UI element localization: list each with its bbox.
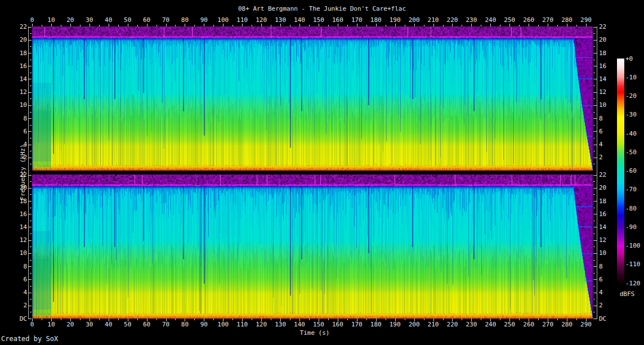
- time-tick-label: 30: [86, 321, 93, 328]
- colorbar-tick-label: -10: [625, 74, 637, 81]
- time-minor-tick: [557, 25, 558, 26]
- freq-tick-mark: [593, 214, 597, 214]
- time-minor-tick: [194, 319, 195, 320]
- freq-tick-mark: [593, 131, 597, 132]
- time-minor-tick: [557, 319, 558, 320]
- time-minor-tick: [519, 25, 520, 26]
- freq-minor-tick: [30, 299, 32, 299]
- freq-tick-mark: [28, 240, 32, 241]
- time-minor-tick: [405, 319, 405, 320]
- time-tick-label: 20: [66, 321, 74, 328]
- time-tick-label: 90: [200, 16, 208, 24]
- freq-tick-label: 22: [0, 23, 27, 30]
- time-tick-mark: [357, 24, 357, 26]
- freq-tick-mark: [28, 319, 32, 319]
- time-tick-label: 190: [390, 321, 401, 328]
- freq-tick-label: 6: [0, 276, 27, 283]
- freq-minor-tick: [30, 260, 32, 261]
- time-minor-tick: [519, 319, 520, 320]
- freq-tick-label: 16: [0, 210, 27, 218]
- time-tick-label: 250: [504, 16, 515, 24]
- freq-minor-tick: [30, 247, 32, 247]
- time-tick-label: 140: [294, 321, 305, 328]
- freq-tick-label: 6: [599, 276, 603, 283]
- time-minor-tick: [347, 25, 348, 26]
- time-tick-label: 200: [409, 16, 420, 24]
- freq-tick-label: 14: [0, 75, 27, 83]
- time-tick-mark: [395, 319, 396, 321]
- freq-minor-tick: [593, 286, 595, 286]
- time-tick-label: 240: [485, 16, 496, 24]
- time-tick-mark: [586, 24, 587, 26]
- time-tick-label: 10: [47, 16, 55, 24]
- time-tick-label: 60: [143, 16, 150, 24]
- time-minor-tick: [99, 319, 100, 320]
- time-minor-tick: [576, 319, 577, 320]
- time-tick-label: 20: [66, 16, 74, 24]
- freq-minor-tick: [30, 98, 32, 99]
- time-minor-tick: [156, 319, 157, 320]
- time-tick-mark: [280, 319, 281, 321]
- time-minor-tick: [462, 319, 462, 320]
- freq-tick-label: 8: [0, 115, 27, 122]
- time-tick-mark: [280, 24, 281, 26]
- time-tick-mark: [490, 319, 491, 321]
- time-tick-mark: [147, 24, 147, 26]
- time-tick-label: 100: [217, 16, 229, 24]
- time-tick-mark: [509, 24, 510, 26]
- time-tick-mark: [261, 319, 262, 321]
- freq-minor-tick: [593, 164, 595, 164]
- freq-tick-mark: [28, 253, 32, 254]
- time-tick-mark: [319, 24, 319, 26]
- time-minor-tick: [309, 319, 310, 320]
- freq-tick-label: 18: [599, 50, 606, 57]
- time-tick-label: 170: [351, 16, 363, 24]
- time-minor-tick: [328, 25, 329, 26]
- freq-tick-label: 2: [599, 154, 603, 161]
- time-tick-mark: [51, 319, 52, 321]
- time-minor-tick: [443, 319, 444, 320]
- time-minor-tick: [156, 25, 157, 26]
- freq-minor-tick: [593, 112, 595, 113]
- time-tick-label: 100: [217, 321, 229, 328]
- time-minor-tick: [99, 25, 100, 26]
- time-tick-mark: [90, 319, 90, 321]
- freq-minor-tick: [593, 260, 595, 261]
- time-minor-tick: [213, 319, 214, 320]
- time-tick-mark: [90, 24, 90, 26]
- freq-minor-tick: [30, 194, 32, 195]
- freq-minor-tick: [30, 286, 32, 286]
- freq-tick-label: 10: [0, 249, 27, 257]
- colorbar-tick-label: -80: [625, 205, 637, 212]
- time-tick-mark: [567, 24, 567, 26]
- freq-tick-mark: [593, 293, 597, 293]
- freq-tick-mark: [593, 66, 597, 66]
- time-minor-tick: [347, 319, 348, 320]
- freq-tick-mark: [593, 253, 597, 254]
- freq-minor-tick: [30, 33, 32, 34]
- freq-minor-tick: [593, 151, 595, 151]
- time-axis-label: Time (s): [300, 329, 330, 337]
- freq-minor-tick: [593, 138, 595, 138]
- time-tick-label: 170: [351, 321, 363, 328]
- time-tick-mark: [109, 319, 109, 321]
- freq-tick-label: 4: [0, 289, 27, 296]
- freq-minor-tick: [593, 247, 595, 247]
- freq-tick-mark: [28, 145, 32, 145]
- freq-tick-mark: [593, 79, 597, 79]
- dbfs-label: dBFS: [618, 290, 637, 298]
- time-tick-mark: [319, 319, 319, 321]
- colorbar-tick-label: -40: [625, 130, 637, 137]
- colorbar-tick-label: -90: [625, 223, 637, 231]
- time-minor-tick: [462, 25, 462, 26]
- time-tick-mark: [509, 319, 510, 321]
- time-tick-mark: [223, 319, 223, 321]
- time-tick-mark: [185, 24, 185, 26]
- time-tick-label: 40: [105, 321, 112, 328]
- freq-minor-tick: [30, 46, 32, 47]
- freq-minor-tick: [30, 112, 32, 113]
- time-tick-label: 0: [30, 16, 34, 24]
- colorbar-tick-label: -50: [625, 149, 637, 156]
- freq-tick-mark: [28, 201, 32, 201]
- time-tick-mark: [204, 24, 204, 26]
